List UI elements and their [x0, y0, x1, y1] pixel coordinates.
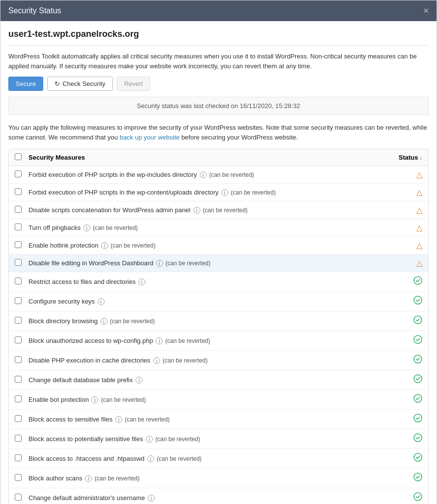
info-icon[interactable]: i — [147, 455, 154, 462]
row-label: Disable file editing in WordPress Dashbo… — [28, 259, 383, 267]
info-icon[interactable]: i — [138, 279, 145, 285]
row-label: Block author scans i (can be reverted) — [28, 475, 383, 482]
info-icon[interactable]: i — [221, 189, 228, 196]
secure-button[interactable]: Secure — [8, 77, 43, 91]
row-checkbox[interactable] — [15, 376, 22, 383]
row-checkbox-col — [15, 278, 28, 286]
row-checkbox[interactable] — [15, 395, 22, 402]
warning-icon: △ — [416, 170, 422, 179]
header-status-col: Status ↓ — [383, 154, 422, 161]
select-all-checkbox[interactable] — [15, 153, 22, 160]
row-checkbox[interactable] — [15, 259, 22, 266]
info-icon[interactable]: i — [101, 242, 108, 249]
info-paragraph: You can apply the following measures to … — [8, 123, 429, 142]
info-icon[interactable]: i — [136, 377, 142, 384]
row-checkbox-col — [15, 317, 28, 325]
row-checkbox[interactable] — [15, 224, 22, 230]
warning-icon: △ — [416, 188, 422, 196]
row-label: Disable PHP execution in cache directori… — [28, 357, 383, 364]
table-body: Forbid execution of PHP scripts in the w… — [9, 166, 428, 504]
row-checkbox[interactable] — [15, 474, 22, 481]
svg-point-1 — [414, 296, 422, 304]
security-measures-table: Security Measures Status ↓ Forbid execut… — [8, 149, 429, 504]
backup-link[interactable]: back up your website — [120, 134, 180, 141]
info-icon[interactable]: i — [83, 224, 90, 231]
row-label: Turn off pingbacks i (can be reverted) — [28, 224, 383, 232]
info-icon[interactable]: i — [101, 318, 108, 325]
info-icon[interactable]: i — [85, 475, 92, 482]
row-checkbox-col — [15, 206, 28, 214]
info-icon[interactable]: i — [200, 171, 207, 178]
check-security-label: Check Security — [62, 80, 105, 87]
can-be-reverted-label: (can be reverted) — [91, 224, 138, 231]
ok-icon — [413, 493, 422, 503]
can-be-reverted-label: (can be reverted) — [201, 207, 248, 214]
ok-icon — [413, 474, 422, 483]
row-label: Restrict access to files and directories… — [28, 278, 383, 286]
row-checkbox[interactable] — [15, 206, 22, 213]
table-row: Block access to .htaccess and .htpasswd … — [9, 449, 428, 469]
row-checkbox[interactable] — [15, 297, 22, 304]
row-checkbox-col — [15, 188, 28, 196]
row-label: Block unauthorized access to wp-config.p… — [28, 337, 383, 345]
title-bar: Security Status × — [0, 0, 437, 21]
table-row: Change default administrator's username … — [9, 488, 428, 504]
table-row: Configure security keys i — [9, 292, 428, 311]
row-status: △ — [383, 188, 422, 197]
row-checkbox-col — [15, 454, 28, 463]
info-icon[interactable]: i — [156, 337, 163, 344]
row-checkbox[interactable] — [15, 317, 22, 324]
info-icon[interactable]: i — [156, 260, 163, 267]
description-text: WordPress Toolkit automatically applies … — [8, 52, 429, 71]
info-icon[interactable]: i — [148, 495, 155, 502]
row-checkbox[interactable] — [15, 241, 22, 248]
warning-icon: △ — [416, 259, 422, 267]
row-checkbox[interactable] — [15, 278, 22, 284]
can-be-reverted-label: (can be reverted) — [154, 436, 200, 443]
row-checkbox[interactable] — [15, 454, 22, 461]
can-be-reverted-label: (can be reverted) — [161, 357, 208, 364]
row-status — [383, 473, 422, 484]
row-label: Disable scripts concatenation for WordPr… — [28, 206, 383, 214]
sort-arrow-icon[interactable]: ↓ — [420, 155, 423, 161]
svg-point-8 — [414, 434, 422, 442]
table-row: Forbid execution of PHP scripts in the w… — [9, 166, 428, 184]
can-be-reverted-label: (can be reverted) — [109, 242, 156, 249]
row-status — [383, 335, 422, 346]
row-label: Enable bot protection i (can be reverted… — [28, 396, 383, 404]
row-status — [383, 296, 422, 307]
row-checkbox[interactable] — [15, 356, 22, 363]
row-checkbox[interactable] — [15, 170, 22, 177]
ok-icon — [413, 395, 422, 405]
row-checkbox[interactable] — [15, 435, 22, 442]
svg-point-0 — [414, 277, 422, 284]
ok-icon — [413, 415, 422, 424]
svg-point-4 — [414, 355, 422, 363]
info-icon[interactable]: i — [91, 396, 98, 403]
check-security-button[interactable]: ↻ Check Security — [47, 77, 112, 91]
row-checkbox[interactable] — [15, 494, 22, 501]
row-checkbox[interactable] — [15, 188, 22, 195]
close-button[interactable]: × — [423, 6, 429, 15]
row-checkbox[interactable] — [15, 415, 22, 422]
info-icon[interactable]: i — [153, 357, 160, 364]
security-status-window: Security Status × user1-test.wpt.cpanelr… — [0, 0, 437, 504]
row-status: △ — [383, 205, 422, 215]
table-row: Restrict access to files and directories… — [9, 272, 428, 292]
info-icon[interactable]: i — [146, 436, 153, 443]
table-row: Enable hotlink protection i (can be reve… — [9, 237, 428, 254]
row-label: Block access to potentially sensitive fi… — [28, 435, 383, 443]
info-icon[interactable]: i — [193, 207, 200, 214]
info-icon[interactable]: i — [115, 416, 122, 423]
content-area: user1-test.wpt.cpanelrocks.org WordPress… — [0, 21, 437, 504]
row-label: Enable hotlink protection i (can be reve… — [28, 242, 383, 250]
header-label-col: Security Measures — [28, 154, 383, 161]
table-row: Disable scripts concatenation for WordPr… — [9, 201, 428, 219]
revert-button[interactable]: Revert — [117, 77, 150, 91]
row-checkbox[interactable] — [15, 336, 22, 343]
can-be-reverted-label: (can be reverted) — [155, 455, 202, 462]
info-icon[interactable]: i — [98, 298, 105, 305]
status-bar: Security status was last checked on 16/1… — [8, 97, 429, 115]
can-be-reverted-label: (can be reverted) — [109, 318, 155, 325]
ok-icon — [413, 434, 422, 444]
